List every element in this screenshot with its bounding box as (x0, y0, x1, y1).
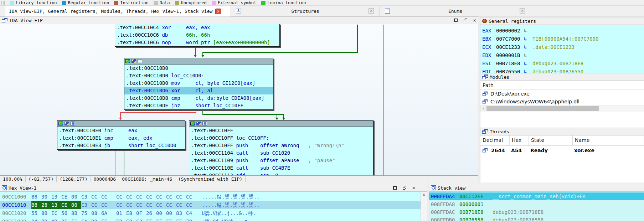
register-row-ECX[interactable]: ECX00CE1233.data:00CE1233 (480, 43, 644, 51)
hex-scrollbar[interactable] (421, 192, 427, 221)
hex-byte[interactable]: 26 (146, 209, 156, 217)
hex-byte[interactable]: CC (166, 201, 176, 209)
register-ref[interactable]: .data:00CE1233 (532, 43, 575, 51)
node-title-bar[interactable] (57, 120, 185, 127)
hex-byte[interactable]: CC (186, 201, 196, 209)
hex-byte[interactable]: 55 (31, 209, 41, 217)
asm-line[interactable]: .text:00CC10C6 db 66h, 66h (115, 31, 279, 39)
asm-line[interactable]: .text:00CC10C6 nop word ptr [eax+eax+000… (115, 39, 279, 46)
hex-byte[interactable]: CC (176, 193, 186, 201)
hex-byte[interactable]: CC (116, 201, 126, 209)
hex-byte[interactable]: C3 (81, 201, 91, 209)
hex-row-00CC1020[interactable]: 00CC1020558BEC568B75086A01E80F26000083C4… (0, 209, 427, 217)
hex-byte[interactable]: CE (61, 193, 71, 201)
close-icon[interactable] (520, 8, 525, 14)
close-icon[interactable] (215, 9, 221, 14)
hex-row-00CC1000[interactable]: 00CC1000B83013CE00C3CCCCCCCCCCCCCCCCCCCC… (0, 193, 427, 201)
hex-byte[interactable]: CC (101, 201, 111, 209)
node-group-icon[interactable] (202, 122, 207, 125)
hex-byte[interactable]: 00 (166, 209, 176, 217)
threads-col-hex[interactable]: Hex (510, 135, 529, 145)
asm-line[interactable]: .text:00CC10DE jnz short loc_CC10FF (124, 102, 273, 109)
node-group-icon[interactable] (71, 122, 75, 125)
hex-byte[interactable]: 8B (41, 209, 51, 217)
node-group-icon[interactable] (138, 59, 142, 63)
hex-byte[interactable]: 00 (91, 217, 101, 221)
node-edit-icon[interactable] (65, 122, 69, 125)
asm-line[interactable]: .text:00CC10D6 xor cl, al (124, 87, 273, 94)
hex-byte[interactable]: E8 (126, 217, 136, 221)
hex-dump[interactable]: 00CC1000B83013CE00C3CCCCCCCCCCCCCCCCCCCC… (0, 192, 427, 221)
graph-node-00CC10C4[interactable]: .text:00CC10C4 xor eax, eax.text:00CC10C… (115, 24, 280, 47)
asm-line[interactable]: .text:00CC110E call sub_CC4B7E (189, 164, 373, 172)
maximize-icon[interactable] (454, 19, 458, 22)
hex-byte[interactable]: CC (146, 201, 156, 209)
register-ref[interactable]: TIB[00000A54]:007C7000 (532, 35, 598, 43)
threads-col-state[interactable]: State (529, 135, 573, 145)
register-value[interactable]: 00B76550 (496, 68, 520, 73)
asm-line[interactable]: .text:00CC10FF (189, 127, 373, 134)
hex-byte[interactable]: 75 (81, 209, 91, 217)
scroll-left-icon[interactable] (480, 106, 486, 112)
maximize-icon[interactable] (393, 186, 397, 190)
hex-byte[interactable]: CC (91, 201, 101, 209)
hex-byte[interactable]: 56 (101, 217, 111, 221)
register-row-EAX[interactable]: EAX00000002 (480, 27, 644, 35)
register-row-EDX[interactable]: EDX0000001B (480, 51, 644, 60)
hex-byte[interactable]: 13 (51, 201, 61, 209)
threads-header-row[interactable]: DecimalHexStateName (480, 135, 644, 146)
hex-byte[interactable]: 0F (136, 209, 146, 217)
hex-byte[interactable]: B8 (31, 193, 41, 201)
hex-byte[interactable]: 8D (41, 217, 51, 221)
scrollbar-thumb[interactable] (486, 106, 599, 111)
threads-col-decimal[interactable]: Decimal (480, 135, 510, 145)
register-ref[interactable]: debug023:00B76550 (532, 68, 583, 73)
module-row[interactable]: D:\Desk\xor.exe (480, 90, 644, 98)
module-row[interactable]: C:\Windows\SysWOW64\apphelp.dll (480, 98, 644, 106)
register-value[interactable]: 0000001B (496, 51, 520, 60)
hex-byte[interactable]: FF (146, 217, 156, 221)
hex-byte[interactable]: CC (156, 201, 166, 209)
tab-structures[interactable]: Structures (231, 6, 380, 16)
asm-line[interactable]: .text:00CC10E0 inc eax (57, 127, 185, 134)
asm-line[interactable]: .text:00CC1113 add esp, 8 (189, 172, 373, 175)
hex-byte[interactable]: 50 (116, 217, 126, 221)
hex-byte[interactable]: CE (61, 201, 71, 209)
vertical-splitter[interactable] (478, 16, 480, 183)
stack-list[interactable]: 008FFDA400CC12EE__scrt_common_main_seh(v… (429, 192, 644, 221)
hex-byte[interactable]: 6A (101, 209, 111, 217)
hex-byte[interactable]: 6A (81, 217, 91, 221)
close-icon[interactable] (412, 186, 415, 190)
float-icon[interactable] (464, 19, 467, 22)
node-edit-icon[interactable] (132, 59, 136, 63)
hex-byte[interactable]: CC (126, 193, 136, 201)
hex-byte[interactable]: CC (136, 201, 146, 209)
register-value[interactable]: 00B718E8 (496, 60, 520, 68)
close-icon[interactable] (369, 8, 374, 14)
jump-arrow-icon[interactable] (524, 68, 527, 73)
node-color-icon[interactable] (190, 122, 195, 125)
hex-byte[interactable]: 01 (116, 209, 126, 217)
hex-bytes[interactable]: 048D4D0C516A005650E8C2FFFFFFFF70 (31, 217, 196, 221)
jump-arrow-icon[interactable] (524, 35, 527, 43)
hex-byte[interactable]: C4 (186, 209, 196, 217)
hex-row-00CC1030[interactable]: 00CC1030048D4D0C516A005650E8C2FFFFFFFF70… (0, 217, 427, 221)
node-title-bar[interactable] (189, 120, 373, 127)
asm-line[interactable]: .text:00CC10D8 cmp cl, ds:byte_CDEA08[ea… (124, 94, 273, 102)
jump-arrow-icon[interactable] (524, 43, 527, 51)
scroll-up-icon[interactable] (421, 192, 427, 197)
hex-byte[interactable]: EC (51, 209, 61, 217)
hex-byte[interactable]: B8 (31, 201, 41, 209)
close-icon[interactable] (473, 19, 476, 22)
register-row-EBX[interactable]: EBX007C7000TIB[00000A54]:007C7000 (480, 35, 644, 43)
hex-byte[interactable]: CC (101, 193, 111, 201)
stack-row-008FFDA4[interactable]: 008FFDA400CC12EE__scrt_common_main_seh(v… (429, 192, 644, 200)
modules-column-header[interactable]: Path (480, 81, 644, 90)
node-edit-icon[interactable] (196, 122, 201, 125)
register-value[interactable]: 00000002 (496, 27, 520, 35)
hex-byte[interactable]: CC (116, 193, 126, 201)
hex-byte[interactable]: 00 (156, 209, 166, 217)
hex-byte[interactable]: 30 (41, 193, 51, 201)
float-icon[interactable] (403, 186, 406, 190)
hex-bytes[interactable]: 558BEC568B75086A01E80F26000083C4 (31, 209, 196, 217)
